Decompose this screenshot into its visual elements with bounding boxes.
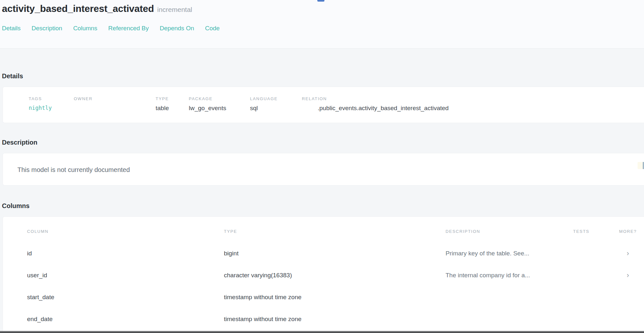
- cell-column-description: The internal company id for a...: [446, 272, 573, 279]
- detail-field-tags: TAGSnightly: [29, 96, 74, 123]
- cell-column-type: character varying(16383): [224, 272, 446, 279]
- tab-depends-on[interactable]: Depends On: [160, 25, 194, 32]
- detail-field-label: TYPE: [156, 96, 189, 101]
- detail-field-value: sql: [250, 105, 302, 112]
- tag-link[interactable]: nightly: [29, 105, 74, 111]
- cell-column-name: id: [27, 250, 224, 257]
- column-header-tests: TESTS: [573, 229, 612, 234]
- columns-table-body: idbigintPrimary key of the table. See...…: [3, 243, 644, 330]
- detail-field-label: PACKAGE: [189, 96, 250, 101]
- column-header-column: COLUMN: [27, 229, 224, 234]
- cropped-top-element: [317, 0, 324, 2]
- cell-column-type: bigint: [224, 250, 446, 257]
- detail-field-owner: OWNER: [74, 96, 156, 123]
- materialization-badge: incremental: [157, 6, 192, 14]
- cell-column-name: user_id: [27, 272, 224, 279]
- chevron-right-icon[interactable]: ›: [627, 272, 629, 279]
- columns-table-header: COLUMNTYPEDESCRIPTIONTESTSMORE?: [3, 229, 644, 243]
- details-card: TAGSnightlyOWNERTYPEtablePACKAGElw_go_ev…: [3, 87, 644, 123]
- cell-column-type: timestamp without time zone: [224, 316, 446, 323]
- detail-field-relation: RELATION.public_events.activity_based_in…: [302, 96, 449, 123]
- table-row-user-id[interactable]: user_idcharacter varying(16383)The inter…: [3, 264, 644, 286]
- description-card: This model is not currently documented: [3, 153, 644, 186]
- model-header: activity_based_interest_activated increm…: [0, 0, 644, 49]
- table-row-end-date[interactable]: end_datetimestamp without time zone: [3, 308, 644, 330]
- columns-section-heading: Columns: [2, 202, 644, 210]
- cell-column-description: Primary key of the table. See...: [446, 250, 573, 257]
- detail-field-value: .public_events.activity_based_interest_a…: [302, 105, 449, 112]
- main-content: Details TAGSnightlyOWNERTYPEtablePACKAGE…: [0, 72, 644, 333]
- detail-field-label: RELATION: [302, 96, 449, 101]
- detail-field-package: PACKAGElw_go_events: [189, 96, 250, 123]
- column-header-type: TYPE: [224, 229, 446, 234]
- detail-field-value: lw_go_events: [189, 105, 250, 112]
- details-section-heading: Details: [2, 72, 644, 80]
- tab-details[interactable]: Details: [2, 25, 21, 32]
- detail-field-label: OWNER: [74, 96, 156, 101]
- cell-column-type: timestamp without time zone: [224, 294, 446, 301]
- cropped-right-element: [638, 162, 644, 169]
- detail-field-label: LANGUAGE: [250, 96, 302, 101]
- cell-more: ›: [612, 250, 644, 257]
- cell-column-name: end_date: [27, 316, 224, 323]
- description-text: This model is not currently documented: [17, 166, 644, 174]
- table-row-start-date[interactable]: start_datetimestamp without time zone: [3, 286, 644, 308]
- tab-referenced-by[interactable]: Referenced By: [108, 25, 149, 32]
- cell-more: ›: [612, 272, 644, 279]
- window-bottom-edge: [0, 331, 644, 333]
- tabs: DetailsDescriptionColumnsReferenced ByDe…: [2, 25, 644, 32]
- tab-code[interactable]: Code: [205, 25, 219, 32]
- column-header-description: DESCRIPTION: [446, 229, 573, 234]
- description-section-heading: Description: [2, 139, 644, 146]
- detail-field-value: table: [156, 105, 189, 112]
- detail-field-language: LANGUAGEsql: [250, 96, 302, 123]
- table-row-id[interactable]: idbigintPrimary key of the table. See...…: [3, 243, 644, 264]
- tab-description[interactable]: Description: [32, 25, 62, 32]
- cell-column-name: start_date: [27, 294, 224, 301]
- detail-field-type: TYPEtable: [156, 96, 189, 123]
- tab-columns[interactable]: Columns: [73, 25, 97, 32]
- columns-card: COLUMNTYPEDESCRIPTIONTESTSMORE? idbigint…: [3, 216, 644, 333]
- page-title: activity_based_interest_activated: [2, 3, 154, 14]
- chevron-right-icon[interactable]: ›: [627, 250, 629, 257]
- column-header-more: MORE?: [612, 229, 644, 234]
- detail-field-label: TAGS: [29, 96, 74, 101]
